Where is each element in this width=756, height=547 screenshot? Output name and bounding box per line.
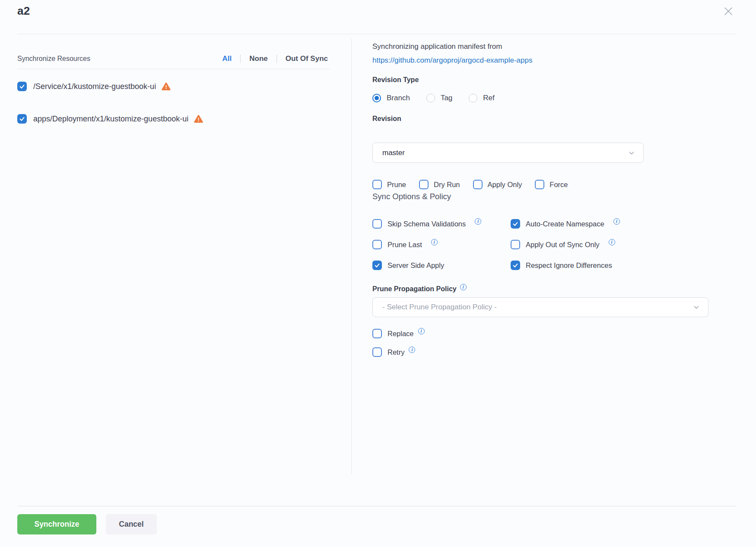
revision-type-label: Revision Type xyxy=(372,76,419,84)
info-icon[interactable] xyxy=(409,347,415,353)
check-icon xyxy=(512,221,518,227)
option-prune-last: Prune Last xyxy=(372,240,511,249)
filter-separator xyxy=(276,54,277,63)
radio-option-branch: Branch xyxy=(372,94,410,102)
info-icon[interactable] xyxy=(418,328,425,334)
option-label: Auto-Create Namespace xyxy=(526,220,604,228)
resource-checkbox[interactable] xyxy=(17,82,27,91)
flag-label: Apply Only xyxy=(488,181,522,189)
option-respect-ignore-differences: Respect Ignore Differences xyxy=(511,261,709,270)
radio-label: Ref xyxy=(483,94,494,102)
radio-label: Tag xyxy=(441,94,452,102)
replace-checkbox[interactable] xyxy=(372,329,382,338)
resource-checkbox[interactable] xyxy=(17,114,27,124)
branch-radio[interactable] xyxy=(372,94,381,102)
cancel-button[interactable]: Cancel xyxy=(106,514,157,534)
option-label: Server Side Apply xyxy=(388,261,444,270)
resource-row: /Service/x1/kustomize-guestbook-ui xyxy=(17,82,171,91)
revision-select[interactable]: master xyxy=(372,143,644,163)
prune-propagation-policy-label-text: Prune Propagation Policy xyxy=(372,285,457,293)
filter-none[interactable]: None xyxy=(248,54,270,63)
filter-all[interactable]: All xyxy=(221,54,234,63)
resource-filters: All None Out Of Sync xyxy=(221,54,330,63)
flag-force: Force xyxy=(535,180,568,189)
check-icon xyxy=(19,83,25,89)
server-side-apply-checkbox[interactable] xyxy=(372,261,382,270)
flag-dry-run: Dry Run xyxy=(419,180,460,189)
chevron-down-icon xyxy=(692,303,700,311)
chevron-down-icon xyxy=(628,149,635,157)
prune-propagation-policy-placeholder: - Select Prune Propagation Policy - xyxy=(382,303,692,312)
option-replace: Replace xyxy=(372,329,425,338)
close-button[interactable] xyxy=(720,3,737,20)
option-label: Replace xyxy=(388,330,414,338)
option-server-side-apply: Server Side Apply xyxy=(372,261,511,270)
radio-option-tag: Tag xyxy=(426,94,452,102)
sync-flags-row: Prune Dry Run Apply Only Force xyxy=(372,180,568,189)
footer-divider xyxy=(17,506,737,506)
force-checkbox[interactable] xyxy=(535,180,544,189)
flag-prune: Prune xyxy=(372,180,406,189)
flag-label: Force xyxy=(550,181,568,189)
prune-checkbox[interactable] xyxy=(372,180,382,189)
sync-dialog: a2 Synchronize Resources All None Out Of… xyxy=(0,0,756,547)
info-icon[interactable] xyxy=(609,239,615,245)
tag-radio[interactable] xyxy=(426,94,435,102)
info-icon[interactable] xyxy=(613,218,620,225)
revision-type-options: Branch Tag Ref xyxy=(372,94,495,102)
close-icon xyxy=(723,6,734,17)
revision-select-value: master xyxy=(382,149,628,157)
resource-label: apps/Deployment/x1/kustomize-guestbook-u… xyxy=(33,114,188,124)
resources-filter-bar: Synchronize Resources All None Out Of Sy… xyxy=(17,48,330,69)
dialog-title: a2 xyxy=(17,4,30,18)
manifest-source-url: https://github.com/argoproj/argocd-examp… xyxy=(372,56,532,65)
warning-icon xyxy=(162,82,171,91)
option-label: Prune Last xyxy=(388,241,422,249)
radio-label: Branch xyxy=(387,94,410,102)
option-skip-schema-validations: Skip Schema Validations xyxy=(372,219,511,229)
check-icon xyxy=(374,262,380,268)
panel-divider xyxy=(351,39,352,474)
option-auto-create-namespace: Auto-Create Namespace xyxy=(511,219,709,229)
prune-propagation-policy-label: Prune Propagation Policy xyxy=(372,285,467,293)
option-retry: Retry xyxy=(372,347,415,357)
filter-separator xyxy=(240,54,241,63)
info-icon[interactable] xyxy=(460,284,467,290)
resource-row: apps/Deployment/x1/kustomize-guestbook-u… xyxy=(17,114,203,124)
auto-create-namespace-checkbox[interactable] xyxy=(511,219,520,229)
flag-label: Dry Run xyxy=(434,181,460,189)
option-label: Apply Out of Sync Only xyxy=(526,241,600,249)
ref-radio[interactable] xyxy=(469,94,477,102)
dry-run-checkbox[interactable] xyxy=(419,180,429,189)
manifest-source-label: Synchronizing application manifest from xyxy=(372,42,502,51)
info-icon[interactable] xyxy=(475,218,481,225)
option-apply-out-of-sync-only: Apply Out of Sync Only xyxy=(511,240,709,249)
skip-schema-validations-checkbox[interactable] xyxy=(372,219,382,229)
warning-icon xyxy=(194,114,203,123)
header-divider xyxy=(17,34,737,34)
check-icon xyxy=(19,116,25,122)
resources-header: Synchronize Resources xyxy=(17,55,90,63)
flag-apply-only: Apply Only xyxy=(473,180,522,189)
option-label: Respect Ignore Differences xyxy=(526,261,612,270)
sync-options-heading: Sync Options & Policy xyxy=(372,192,451,201)
radio-option-ref: Ref xyxy=(469,94,494,102)
prune-propagation-policy-select[interactable]: - Select Prune Propagation Policy - xyxy=(372,297,708,317)
check-icon xyxy=(512,262,518,268)
revision-label: Revision xyxy=(372,115,401,123)
option-label: Retry xyxy=(388,348,404,356)
flag-label: Prune xyxy=(387,181,406,189)
filter-out-of-sync[interactable]: Out Of Sync xyxy=(284,54,330,63)
sync-options-grid: Skip Schema Validations Auto-Create Name… xyxy=(372,213,709,276)
respect-ignore-differences-checkbox[interactable] xyxy=(511,261,520,270)
retry-checkbox[interactable] xyxy=(372,347,382,357)
synchronize-button[interactable]: Synchronize xyxy=(17,514,96,534)
prune-last-checkbox[interactable] xyxy=(372,240,382,249)
option-label: Skip Schema Validations xyxy=(388,220,466,228)
apply-only-checkbox[interactable] xyxy=(473,180,483,189)
info-icon[interactable] xyxy=(431,239,438,245)
resource-label: /Service/x1/kustomize-guestbook-ui xyxy=(33,82,156,91)
apply-out-of-sync-only-checkbox[interactable] xyxy=(511,240,520,249)
